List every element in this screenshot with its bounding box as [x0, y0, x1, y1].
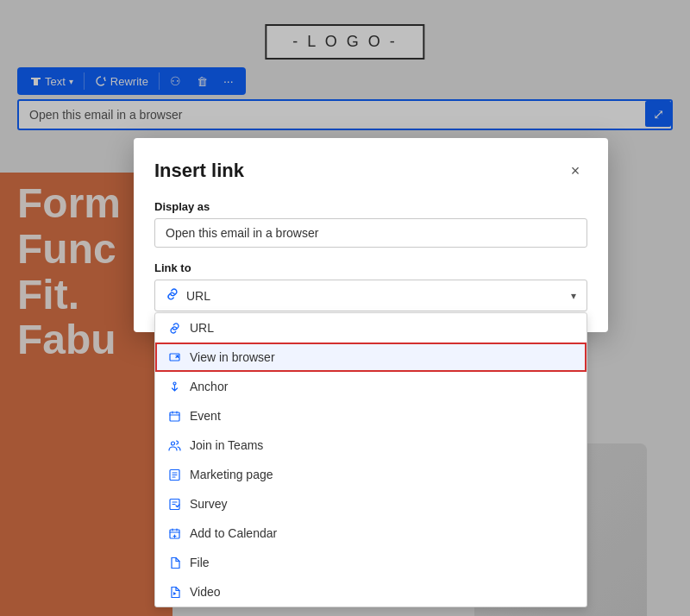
link-to-dropdown[interactable]: URL ▾ [154, 280, 587, 311]
svg-rect-4 [170, 412, 179, 421]
dropdown-item-join-in-teams[interactable]: Join in Teams [155, 431, 586, 460]
dropdown-item-marketing-page[interactable]: Marketing page [155, 460, 586, 489]
anchor-icon [167, 380, 181, 393]
url-label: URL [190, 321, 214, 335]
join-in-teams-label: Join in Teams [190, 438, 263, 452]
dropdown-item-survey[interactable]: Survey [155, 489, 586, 519]
svg-point-5 [171, 442, 174, 445]
display-as-label: Display as [154, 200, 587, 213]
add-to-calendar-icon [167, 526, 181, 540]
display-as-input[interactable] [154, 218, 587, 248]
dropdown-chevron-icon: ▾ [571, 290, 576, 302]
link-to-label: Link to [154, 261, 587, 274]
file-icon [167, 556, 181, 569]
dropdown-item-event[interactable]: Event [155, 401, 586, 431]
dropdown-item-video[interactable]: Video [155, 577, 586, 607]
insert-link-modal: Insert link × Display as Link to URL ▾ [134, 138, 608, 332]
close-button[interactable]: × [563, 159, 587, 183]
teams-icon [167, 438, 181, 452]
survey-icon [167, 497, 181, 511]
marketing-page-icon [167, 468, 181, 481]
selected-option-label: URL [186, 289, 210, 303]
link-to-dropdown-container: URL ▾ URL [154, 280, 587, 311]
event-label: Event [190, 409, 221, 423]
dropdown-item-file[interactable]: File [155, 548, 586, 577]
dropdown-item-anchor[interactable]: Anchor [155, 372, 586, 401]
view-in-browser-icon [167, 350, 181, 364]
url-icon [167, 321, 181, 335]
dropdown-item-url[interactable]: URL [155, 313, 586, 343]
survey-label: Survey [190, 497, 228, 511]
video-label: Video [190, 585, 221, 599]
modal-title: Insert link [154, 160, 244, 182]
add-to-calendar-label: Add to Calendar [190, 526, 277, 540]
dropdown-item-view-in-browser[interactable]: View in browser View in browser [155, 343, 586, 372]
video-icon [167, 585, 181, 599]
event-icon [167, 409, 181, 423]
link-select-icon [166, 287, 179, 304]
link-to-dropdown-menu: URL View in browser View in browser [154, 312, 587, 607]
dropdown-item-add-to-calendar[interactable]: Add to Calendar [155, 519, 586, 548]
modal-header: Insert link × [154, 159, 587, 183]
view-in-browser-label: View in browser [190, 350, 275, 364]
marketing-page-label: Marketing page [190, 468, 273, 481]
anchor-label: Anchor [190, 380, 228, 393]
file-label: File [190, 556, 210, 569]
